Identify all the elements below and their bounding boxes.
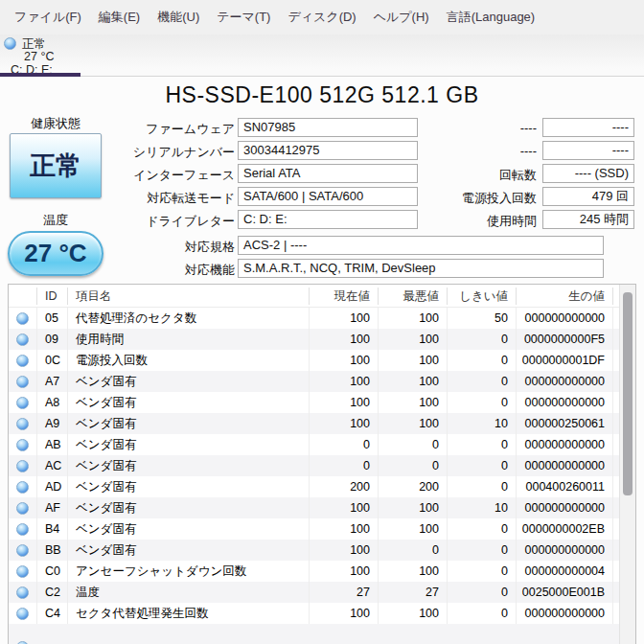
cell-name: 温度 — [68, 582, 310, 603]
cell-worst: 100 — [379, 603, 448, 624]
cell-name: アンセーフシャットダウン回数 — [68, 561, 310, 582]
rotation-rate-label: 回転数 — [347, 167, 537, 184]
cell-threshold: 0 — [448, 455, 517, 476]
cell-raw: 000000000000 — [517, 371, 613, 392]
smart-row[interactable]: AB ベンダ固有 0 0 0 000000000000 — [9, 434, 635, 455]
cell-current: 100 — [310, 329, 379, 350]
blank-field-2-value: ---- — [542, 141, 634, 160]
cell-current: 100 — [310, 371, 379, 392]
standard-value: ACS-2 | ---- — [238, 236, 604, 255]
cell-current: 27 — [310, 582, 379, 603]
cell-worst: 100 — [379, 518, 448, 540]
header-id[interactable]: ID — [37, 288, 68, 305]
cell-threshold: 10 — [448, 413, 517, 434]
disk-tab-active[interactable]: 正常 27 °C C: D: E: — [0, 34, 80, 76]
cell-worst: 100 — [379, 413, 448, 434]
cell-current: 100 — [310, 350, 379, 371]
smart-row[interactable]: AF ベンダ固有 100 100 10 000000000000 — [9, 497, 635, 518]
cell-raw: 000000000000 — [517, 392, 613, 413]
smart-row[interactable]: C4 セクタ代替処理発生回数 100 100 0 000000000000 — [9, 603, 635, 624]
cell-raw: 000000000000 — [517, 308, 613, 329]
cell-id: A8 — [37, 392, 68, 413]
cell-id: C4 — [37, 603, 68, 624]
cell-worst: 27 — [379, 582, 448, 603]
cell-worst: 0 — [379, 540, 448, 561]
cell-id: A9 — [37, 413, 68, 434]
smart-row[interactable]: A7 ベンダ固有 100 100 0 000000000000 — [9, 371, 635, 392]
blank-field-1-label: ---- — [347, 121, 537, 135]
cell-threshold: 0 — [448, 392, 517, 413]
smart-row[interactable]: 05 代替処理済のセクタ数 100 100 50 000000000000 — [9, 308, 635, 329]
menu-file[interactable]: ファイル(F) — [6, 5, 90, 30]
interface-label: インターフェース — [43, 167, 235, 184]
menu-edit[interactable]: 編集(E) — [90, 5, 149, 30]
smart-row[interactable]: AD ベンダ固有 200 200 0 000400260011 — [9, 476, 635, 497]
smart-row[interactable]: 09 使用時間 100 100 0 0000000000F5 — [9, 329, 635, 350]
cell-name: ベンダ固有 — [68, 518, 310, 540]
drive-letter-label: ドライブレター — [43, 213, 235, 230]
header-name[interactable]: 項目名 — [68, 288, 310, 305]
vertical-scrollbar[interactable] — [619, 285, 635, 644]
menu-disk[interactable]: ディスク(D) — [279, 5, 364, 30]
cell-threshold: 10 — [448, 497, 517, 518]
cell-threshold: 0 — [448, 476, 517, 497]
menu-bar: ファイル(F) 編集(E) 機能(U) テーマ(T) ディスク(D) ヘルプ(H… — [0, 0, 644, 34]
disk-status-orb-icon — [4, 37, 16, 50]
smart-row[interactable]: BB ベンダ固有 100 0 0 000000000000 — [9, 540, 635, 561]
smart-row[interactable]: A8 ベンダ固有 100 100 0 000000000000 — [9, 392, 635, 413]
menu-help[interactable]: ヘルプ(H) — [365, 5, 438, 30]
cell-name: ベンダ固有 — [68, 392, 310, 413]
cell-worst: 100 — [379, 329, 448, 350]
smart-attribute-table: ID 項目名 現在値 最悪値 しきい値 生の値 05 代替処理済のセクタ数 10… — [8, 284, 636, 644]
cell-name: 電源投入回数 — [68, 350, 310, 371]
cell-id: C2 — [37, 582, 68, 603]
cell-worst: 100 — [379, 350, 448, 371]
menu-theme[interactable]: テーマ(T) — [208, 5, 279, 30]
status-orb-icon — [16, 439, 29, 451]
cell-threshold: 0 — [448, 561, 517, 582]
cell-raw: 000400260011 — [517, 476, 613, 497]
status-orb-icon — [16, 608, 29, 620]
cell-current: 100 — [310, 561, 379, 582]
cell-threshold: 0 — [448, 582, 517, 603]
status-orb-icon — [16, 460, 29, 472]
cell-worst: 100 — [379, 392, 448, 413]
blank-field-2-label: ---- — [347, 144, 537, 158]
cell-name: 使用時間 — [68, 329, 310, 350]
cell-id: 09 — [37, 329, 68, 350]
cell-current: 100 — [310, 413, 379, 434]
cell-id: C0 — [37, 561, 68, 582]
smart-row[interactable]: C2 温度 27 27 0 0025000E001B — [9, 582, 635, 603]
smart-row[interactable]: A9 ベンダ固有 100 100 10 000000250061 — [9, 413, 635, 434]
cell-raw: 0000000001DF — [517, 350, 613, 371]
cell-name: ベンダ固有 — [68, 455, 310, 476]
cell-raw: 0000000002EB — [517, 518, 613, 540]
cell-id: 05 — [37, 308, 68, 329]
header-current[interactable]: 現在値 — [310, 288, 379, 305]
header-raw[interactable]: 生の値 — [517, 288, 613, 305]
disk-tab-temperature: 27 °C — [24, 50, 54, 63]
device-title: HS-SSD-E100 512G 512.1 GB — [0, 82, 644, 108]
cell-current: 100 — [310, 308, 379, 329]
cell-raw: 0000000000F5 — [517, 329, 613, 350]
cell-worst: 200 — [379, 476, 448, 497]
menu-function[interactable]: 機能(U) — [149, 5, 208, 30]
header-worst[interactable]: 最悪値 — [379, 288, 448, 305]
cell-threshold: 50 — [448, 308, 517, 329]
smart-row[interactable]: C0 アンセーフシャットダウン回数 100 100 0 000000000004 — [9, 561, 635, 582]
blank-field-1-value: ---- — [542, 118, 634, 137]
cell-threshold: 0 — [448, 350, 517, 371]
status-orb-icon — [16, 397, 29, 409]
standard-label: 対応規格 — [43, 239, 235, 256]
cell-id: B4 — [37, 518, 68, 540]
smart-row[interactable]: B4 ベンダ固有 100 100 0 0000000002EB — [9, 518, 635, 540]
power-on-count-value: 479 回 — [542, 187, 634, 206]
menu-language[interactable]: 言語(Language) — [438, 5, 544, 30]
smart-row[interactable]: 0C 電源投入回数 100 100 0 0000000001DF — [9, 350, 635, 371]
cell-worst: 0 — [379, 455, 448, 476]
cell-raw: 000000000000 — [517, 497, 613, 518]
scrollbar-thumb[interactable] — [623, 292, 632, 495]
smart-row[interactable]: AC ベンダ固有 0 0 0 000000000000 — [9, 455, 635, 476]
header-threshold[interactable]: しきい値 — [448, 288, 517, 305]
cell-current: 0 — [310, 434, 379, 455]
